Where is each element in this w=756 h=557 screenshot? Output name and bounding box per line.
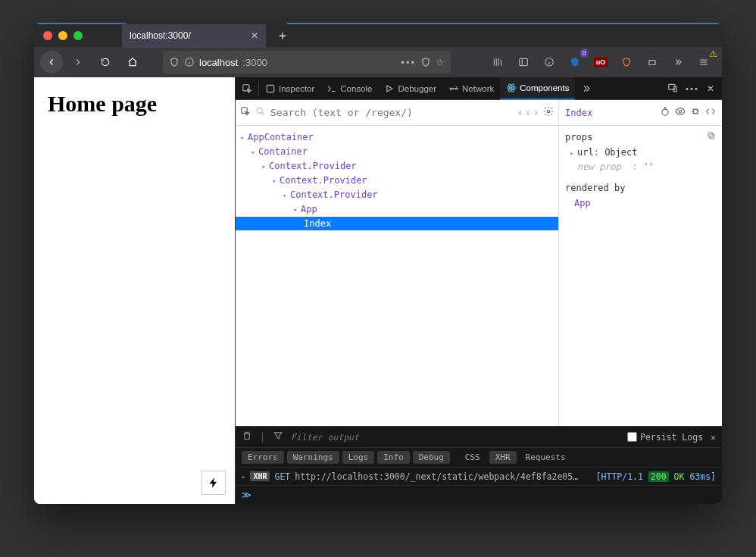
close-window-button[interactable] [43,31,52,40]
tab-components[interactable]: Components [500,77,575,100]
component-tree[interactable]: ▾AppContainer ▾Container ▾Context.Provid… [236,126,558,426]
tree-node-container[interactable]: ▾Container [236,145,558,159]
persist-logs-toggle[interactable]: Persist Logs [627,432,703,443]
info-ext-button[interactable] [537,50,561,74]
tab-inspector-label: Inspector [279,84,314,93]
svg-rect-4 [243,84,249,90]
xhr-tag: XHR [250,471,270,481]
react-icon [506,83,517,93]
search-next-button[interactable]: ∨ [526,108,531,117]
fast-refresh-indicator[interactable] [201,471,226,495]
back-button[interactable] [40,51,63,74]
browser-window: localhost:3000/ ✕ ＋ localhost:3000 ••• ☆ [34,23,722,504]
sidebar-icon [518,57,529,67]
tabs-overflow-button[interactable] [575,77,598,100]
search-nav-controls: ∧ ∨ ✕ [517,108,539,117]
tree-node-app[interactable]: ▾App [236,202,558,217]
tree-node-index[interactable]: Index [236,217,558,230]
component-search-input[interactable] [270,107,513,118]
picker-icon [240,106,251,117]
close-tab-icon[interactable]: ✕ [251,30,258,41]
tab-debugger-label: Debugger [398,84,437,93]
react-settings-button[interactable] [543,106,554,119]
svg-rect-12 [242,108,248,114]
minimize-window-button[interactable] [58,31,67,40]
rendered-by-link[interactable]: App [565,196,716,210]
search-prev-button[interactable]: ∧ [517,108,523,117]
page-actions-icon[interactable]: ••• [401,57,416,68]
inspect-dom-button[interactable] [675,106,686,119]
tree-node-context2[interactable]: ▾Context.Provider [236,174,558,188]
tree-node-context1[interactable]: ▾Context.Provider [236,159,558,174]
extension-button[interactable] [640,50,664,74]
svg-point-6 [511,86,512,88]
home-icon [127,57,138,67]
console-prompt[interactable]: ≫ [236,486,722,504]
bookmark-icon[interactable]: ☆ [436,57,445,68]
tree-node-context3[interactable]: ▾Context.Provider [236,188,558,202]
overflow-button[interactable] [666,50,690,74]
browser-tab[interactable]: localhost:3000/ ✕ [122,23,266,48]
pick-element-button[interactable] [236,77,258,100]
log-to-console-button[interactable] [690,106,701,119]
tab-debugger[interactable]: Debugger [379,77,443,100]
pill-logs[interactable]: Logs [342,451,375,464]
maximize-window-button[interactable] [73,31,83,40]
tree-node-appcontainer[interactable]: ▾AppContainer [236,130,558,145]
console-filter-input[interactable] [291,432,620,443]
pill-warnings[interactable]: Warnings [287,451,339,464]
close-devtools-button[interactable]: ✕ [704,83,717,94]
stopwatch-icon [660,106,670,117]
console-toolbar: | Persist Logs ✕ [236,427,722,448]
reload-button[interactable] [93,50,117,74]
copy-props-button[interactable] [707,130,716,144]
new-tab-button[interactable]: ＋ [272,25,293,46]
selected-component-name: Index [565,108,655,118]
tab-inspector[interactable]: Inspector [259,77,320,100]
tab-console[interactable]: Console [320,77,378,100]
select-element-button[interactable] [240,106,251,119]
console-log-row[interactable]: ▸ XHR GET http://localhost:3000/_next/st… [236,468,722,486]
devtools-menu-button[interactable]: ••• [683,84,702,93]
url-bar[interactable]: localhost:3000 ••• ☆ [163,51,451,74]
persist-logs-checkbox[interactable] [627,432,637,442]
network-icon [448,83,459,94]
responsive-mode-button[interactable] [664,83,681,95]
ublock-button[interactable]: uO [589,50,613,74]
menu-button[interactable]: ⚠ [692,50,716,74]
home-button[interactable] [120,50,145,74]
shield-fill-icon [570,57,580,67]
log-status: [HTTP/1.1 200 OK 63ms] [596,471,716,482]
forward-button[interactable] [66,50,90,74]
svg-rect-1 [520,58,528,65]
funnel-icon [273,430,283,441]
pill-requests[interactable]: Requests [520,451,572,464]
close-console-button[interactable]: ✕ [711,432,716,443]
pill-errors[interactable]: Errors [242,451,284,464]
bug-icon [690,106,701,117]
svg-point-15 [662,109,668,115]
ublock-icon: uO [594,57,608,67]
library-button[interactable] [486,50,510,74]
brave-shield-button[interactable] [614,50,639,74]
pill-css[interactable]: CSS [459,451,486,464]
suspense-toggle-button[interactable] [660,106,670,119]
clear-console-button[interactable] [242,430,252,443]
page-viewport: Home page [34,77,235,504]
extension-shield-button[interactable]: 0 [563,50,587,74]
prop-new-row[interactable]: new prop : "" [565,160,716,174]
inspector-icon [265,83,276,94]
pill-debug[interactable]: Debug [413,451,450,464]
tab-network[interactable]: Network [442,77,500,100]
picker-icon [242,83,252,94]
prop-url-row[interactable]: ▸url: Object [565,146,716,160]
view-source-button[interactable] [705,106,716,119]
pill-info[interactable]: Info [377,451,410,464]
pill-xhr[interactable]: XHR [489,451,517,464]
sidebar-button[interactable] [511,50,536,74]
trash-icon [242,430,252,441]
arrow-right-icon [73,57,83,67]
titlebar: localhost:3000/ ✕ ＋ [34,23,722,47]
search-clear-button[interactable]: ✕ [533,108,539,117]
reader-icon[interactable] [420,57,431,67]
